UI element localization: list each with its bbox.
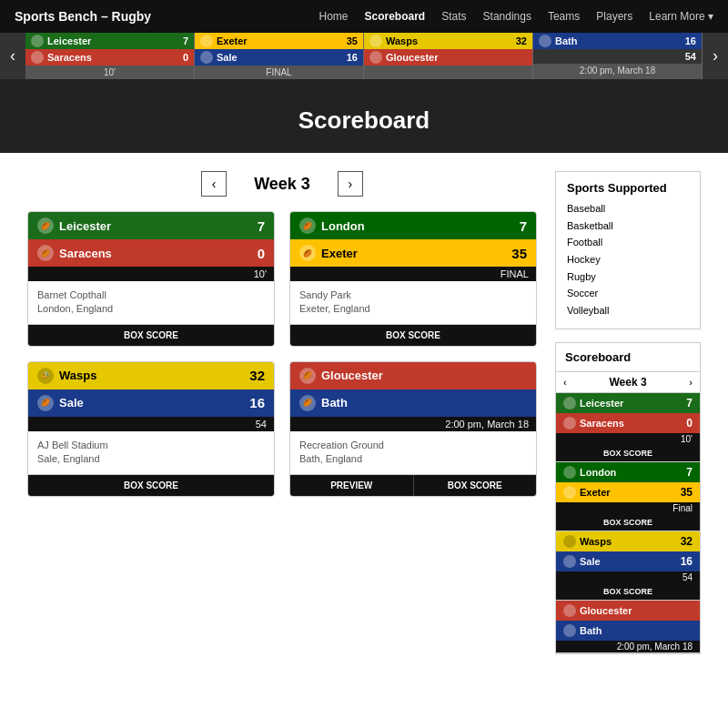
ticker-g1-status: 10' [25,66,194,79]
sidebar-week-label: Week 3 [609,376,646,389]
nav-stats[interactable]: Stats [441,10,466,23]
sale-logo: 🏉 [37,395,54,411]
nav-scoreboard[interactable]: Scoreboard [365,10,426,23]
g2-boxscore-button[interactable]: BOX SCORE [290,325,536,346]
sb-g2-t1: London 7 [556,462,700,482]
ticker-g3-status [364,66,532,69]
g1-team2-row: 🏉Saracens 0 [28,239,274,267]
sidebar-prev-week[interactable]: ‹ [563,377,567,388]
sb-g1-t1: Leicester 7 [556,393,700,413]
sb-g3-t1: Wasps 32 [556,531,700,551]
g4-preview-button[interactable]: PREVIEW [290,475,413,496]
game-card-3: 🐝Wasps 32 🏉Sale 16 54 AJ Bell StadiumSal… [27,361,275,497]
g2-team1-row: 🏉London 7 [290,212,536,239]
wasps-logo: 🐝 [37,368,54,384]
nav-learn-more[interactable]: Learn More ▾ [649,10,713,23]
center-column: ‹ Week 3 › 🏉Leicester 7 🏉Saracens 0 10' … [27,171,537,654]
sb-g3-boxscore[interactable]: BOX SCORE [556,583,700,600]
ticker-g2-t2: Sale 16 [195,49,363,66]
g4-team2-row: 🏉Bath [290,389,536,417]
g3-team2-row: 🏉Sale 16 [28,389,274,417]
sb-g2-boxscore[interactable]: BOX SCORE [556,514,700,531]
sb-game-3: Wasps 32 Sale 16 54 BOX SCORE [556,531,700,601]
wasps-logo-ticker [369,35,382,47]
sb-leicester-logo [563,397,576,410]
sb-g1-status: 10' [556,433,700,445]
sidebar-scoreboard-title: Scoreboard [556,343,700,372]
scoreboard-title: Scoreboard [298,106,430,134]
ticker-items: Leicester 7 Saracens 0 10' Exeter 35 Sal… [25,33,703,79]
ticker-game-4: Bath 16 54 2:00 pm, March 18 [533,33,703,79]
sport-hockey: Hockey [567,251,689,268]
sb-g2-status: Final [556,502,700,514]
g3-boxscore-button[interactable]: BOX SCORE [28,475,274,496]
ticker-g4-t1: Bath 16 [533,33,702,49]
prev-week-button[interactable]: ‹ [201,171,227,197]
sb-g3-status: 54 [556,571,700,583]
sb-g1-boxscore[interactable]: BOX SCORE [556,445,700,461]
leicester-logo-ticker [31,35,44,47]
nav-home[interactable]: Home [319,10,349,23]
sidebar-next-week[interactable]: › [689,377,693,388]
g2-actions: BOX SCORE [290,324,536,346]
sport-basketball: Basketball [567,217,689,235]
g4-actions: PREVIEW BOX SCORE [290,474,536,496]
sport-baseball: Baseball [567,200,689,217]
g4-venue: Recreation GroundBath, England [290,431,536,474]
sb-exeter-logo [563,486,576,499]
sb-saracens-logo [563,417,576,430]
week-nav: ‹ Week 3 › [27,171,537,197]
main-content: ‹ Week 3 › 🏉Leicester 7 🏉Saracens 0 10' … [0,153,728,672]
g2-team2-row: 🏉Exeter 35 [290,239,536,267]
nav-standings[interactable]: Standings [483,10,531,23]
sb-game-2: London 7 Exeter 35 Final BOX SCORE [556,462,700,531]
saracens-logo-ticker [31,51,44,64]
g4-status: 2:00 pm, March 18 [290,417,536,431]
g1-actions: BOX SCORE [28,324,274,346]
sports-supported-title: Sports Supported [567,181,689,195]
nav-players[interactable]: Players [596,10,632,23]
gloucester-logo: 🏉 [299,368,316,384]
ticker-prev[interactable]: ‹ [0,33,25,79]
nav-teams[interactable]: Teams [548,10,580,23]
next-week-button[interactable]: › [338,171,363,197]
ticker-game-3: Wasps 32 Gloucester [364,33,533,79]
sidebar-scoreboard: Scoreboard ‹ Week 3 › Leicester 7 Sarace… [555,342,701,654]
sidebar-week-nav: ‹ Week 3 › [556,372,700,393]
sb-g1-t2: Saracens 0 [556,413,700,433]
ticker-g1-t2: Saracens 0 [25,49,194,66]
ticker-g3-t1: Wasps 32 [364,33,532,49]
game-card-2: 🏉London 7 🏉Exeter 35 FINAL Sandy ParkExe… [289,211,537,347]
g4-boxscore-button[interactable]: BOX SCORE [413,475,537,496]
london-logo: 🏉 [299,217,316,234]
sb-g4-t1: Gloucester [556,601,700,621]
ticker-g3-t2: Gloucester [364,49,532,66]
g2-status: FINAL [290,267,536,281]
game-card-1: 🏉Leicester 7 🏉Saracens 0 10' Barnet Copt… [27,211,275,347]
ticker: ‹ Leicester 7 Saracens 0 10' Exeter 35 S… [0,33,728,79]
sport-volleyball: Volleyball [567,302,689,319]
g1-boxscore-button[interactable]: BOX SCORE [28,325,274,346]
ticker-game-1: Leicester 7 Saracens 0 10' [25,33,195,79]
ticker-game-2: Exeter 35 Sale 16 FINAL [195,33,364,79]
sale-logo-ticker [200,51,213,64]
right-column: Sports Supported Baseball Basketball Foo… [555,171,701,654]
ticker-next[interactable]: › [703,33,728,79]
ticker-g2-status: FINAL [195,66,363,79]
sb-g4-status: 2:00 pm, March 18 [556,641,700,652]
ticker-g1-t1: Leicester 7 [25,33,194,49]
scoreboard-header: Scoreboard [0,79,728,153]
sb-sale-logo [563,555,576,568]
sb-bath-logo [563,624,576,637]
week-label: Week 3 [254,175,310,194]
sports-list: Baseball Basketball Football Hockey Rugb… [567,200,689,319]
g3-team1-row: 🐝Wasps 32 [28,362,274,389]
sb-g3-t2: Sale 16 [556,551,700,571]
bath-logo: 🏉 [299,395,316,411]
game-card-4: 🏉Gloucester 🏉Bath 2:00 pm, March 18 Recr… [289,361,537,497]
gloucester-logo-ticker [369,51,382,64]
sb-game-4: Gloucester Bath 2:00 pm, March 18 [556,601,700,653]
exeter-logo: 🏉 [299,245,316,261]
g4-team1-row: 🏉Gloucester [290,362,536,389]
bath-logo-ticker [539,35,551,47]
